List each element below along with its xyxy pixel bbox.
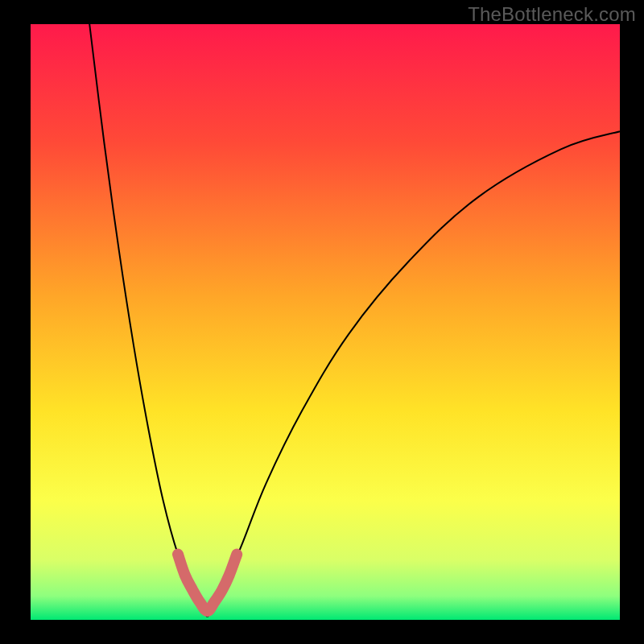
chart-container: TheBottleneck.com (0, 0, 644, 644)
plot-background (31, 24, 620, 620)
watermark-text: TheBottleneck.com (468, 3, 636, 26)
bottleneck-chart (0, 0, 644, 644)
